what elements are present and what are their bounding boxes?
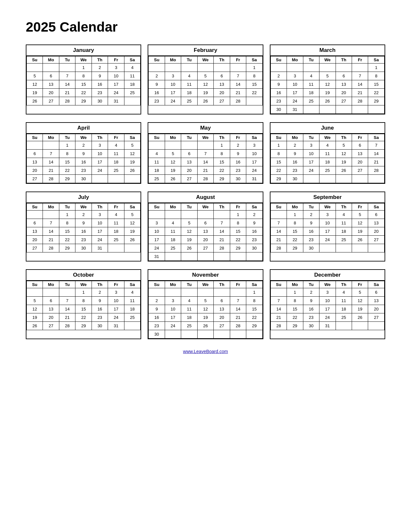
month-table-february: SuMoTuWeThFrSa12345678910111213141516171… <box>148 56 262 105</box>
day-cell <box>230 330 246 339</box>
table-row: 25262728293031 <box>149 175 262 183</box>
day-header-th: Th <box>92 281 108 288</box>
day-cell: 28 <box>214 244 230 252</box>
day-cell: 8 <box>246 72 263 80</box>
day-cell: 25 <box>108 236 124 244</box>
day-cell: 18 <box>165 236 181 244</box>
day-cell: 30 <box>287 175 303 183</box>
day-cell: 9 <box>75 150 92 158</box>
day-header-su: Su <box>149 56 165 64</box>
month-title-may: May <box>148 123 262 134</box>
table-row: 1234567 <box>270 141 384 150</box>
day-cell: 26 <box>352 236 368 244</box>
day-cell: 27 <box>43 97 59 105</box>
day-cell: 2 <box>270 72 287 80</box>
day-cell: 31 <box>319 322 336 330</box>
day-cell: 7 <box>230 72 246 80</box>
day-cell: 28 <box>368 166 385 175</box>
day-cell: 28 <box>270 244 287 252</box>
day-cell <box>336 64 352 72</box>
day-cell: 10 <box>165 305 181 313</box>
day-cell <box>352 64 368 72</box>
day-cell: 19 <box>336 158 352 166</box>
day-cell: 28 <box>197 175 213 183</box>
month-title-july: July <box>26 192 141 203</box>
day-header-su: Su <box>270 134 287 141</box>
day-header-tu: Tu <box>59 134 75 141</box>
footer-link[interactable]: www.LeaveBoard.com <box>26 349 385 354</box>
table-row: 11121314151617 <box>149 158 262 166</box>
table-row: 20212223242526 <box>27 236 141 244</box>
day-cell <box>336 244 352 252</box>
day-cell <box>27 288 43 297</box>
day-header-sa: Sa <box>368 203 385 211</box>
day-cell: 3 <box>149 219 165 227</box>
day-cell: 2 <box>246 211 263 219</box>
table-row: 1234 <box>27 288 141 297</box>
day-cell: 8 <box>270 150 287 158</box>
day-cell <box>270 288 287 297</box>
day-header-we: We <box>319 203 336 211</box>
day-cell: 15 <box>287 227 303 236</box>
day-header-th: Th <box>92 134 108 141</box>
month-table-march: SuMoTuWeThFrSa12345678910111213141516171… <box>270 56 385 114</box>
day-cell: 12 <box>165 158 181 166</box>
day-cell: 23 <box>287 166 303 175</box>
table-row: 891011121314 <box>270 150 384 158</box>
table-row: 19202122232425 <box>27 313 141 322</box>
day-cell: 25 <box>181 97 197 105</box>
day-header-mo: Mo <box>287 134 303 141</box>
day-cell <box>43 211 59 219</box>
day-cell: 27 <box>214 322 230 330</box>
month-table-december: SuMoTuWeThFrSa12345678910111213141516171… <box>270 281 385 330</box>
table-row: 6789101112 <box>27 219 141 227</box>
day-cell: 26 <box>124 236 141 244</box>
day-cell: 3 <box>108 288 124 297</box>
day-cell: 7 <box>43 219 59 227</box>
day-cell: 6 <box>197 219 213 227</box>
day-cell: 5 <box>352 211 368 219</box>
day-cell: 23 <box>92 89 108 97</box>
table-row: 123456 <box>270 211 384 219</box>
day-cell: 20 <box>43 313 59 322</box>
day-cell: 15 <box>246 80 263 89</box>
day-cell: 19 <box>181 236 197 244</box>
day-header-tu: Tu <box>59 56 75 64</box>
day-cell: 9 <box>303 297 319 305</box>
day-cell: 26 <box>165 175 181 183</box>
day-header-sa: Sa <box>124 203 141 211</box>
day-cell: 30 <box>149 330 165 339</box>
table-row: 12131415161718 <box>27 305 141 313</box>
table-row: 78910111213 <box>270 219 384 227</box>
table-row: 19202122232425 <box>27 89 141 97</box>
day-cell: 19 <box>27 313 43 322</box>
day-cell: 11 <box>149 158 165 166</box>
day-cell <box>352 322 368 330</box>
day-cell: 19 <box>319 89 336 97</box>
day-cell: 13 <box>214 305 230 313</box>
day-cell: 7 <box>368 141 385 150</box>
day-cell <box>214 288 230 297</box>
day-header-fr: Fr <box>352 281 368 288</box>
day-cell <box>319 244 336 252</box>
day-cell: 6 <box>43 72 59 80</box>
day-cell: 4 <box>165 219 181 227</box>
table-row: 2345678 <box>270 72 384 80</box>
day-cell: 12 <box>197 305 213 313</box>
day-cell: 20 <box>43 89 59 97</box>
day-cell: 17 <box>108 80 124 89</box>
day-cell <box>92 175 108 183</box>
day-cell: 8 <box>287 297 303 305</box>
day-cell: 4 <box>149 150 165 158</box>
day-cell: 22 <box>59 236 75 244</box>
day-header-we: We <box>319 56 336 64</box>
day-header-we: We <box>197 134 213 141</box>
day-cell: 24 <box>165 322 181 330</box>
day-cell: 21 <box>59 313 75 322</box>
day-cell: 24 <box>319 236 336 244</box>
day-cell: 5 <box>197 297 213 305</box>
table-row: 30 <box>149 330 262 339</box>
day-cell: 12 <box>197 80 213 89</box>
day-cell: 9 <box>303 219 319 227</box>
day-cell <box>368 244 385 252</box>
